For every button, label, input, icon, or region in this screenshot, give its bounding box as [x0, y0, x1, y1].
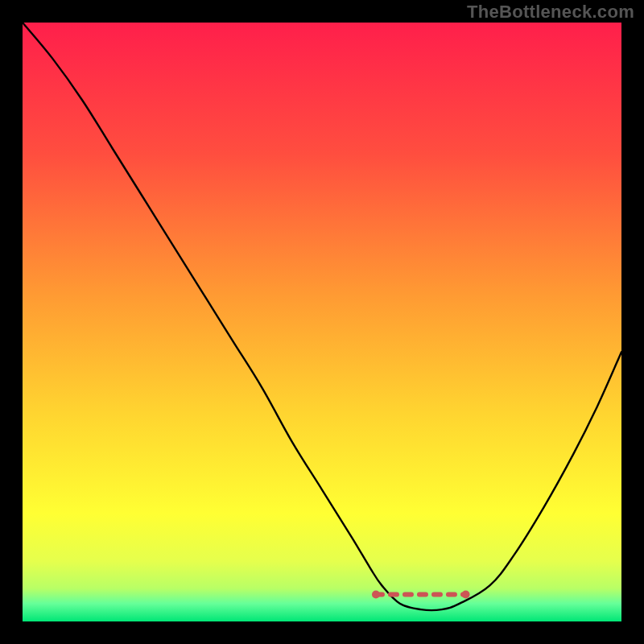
page-root: TheBottleneck.com [0, 0, 644, 644]
watermark-text: TheBottleneck.com [467, 2, 634, 23]
chart-background [23, 23, 621, 621]
svg-point-1 [372, 591, 380, 599]
plot-container [23, 23, 621, 621]
svg-point-2 [462, 591, 470, 599]
bottleneck-chart [23, 23, 621, 621]
